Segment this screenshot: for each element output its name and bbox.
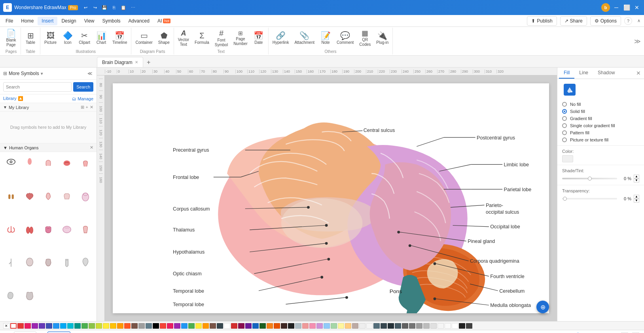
color-swatch-bar-item[interactable] <box>309 323 316 329</box>
tab-close-btn[interactable]: ✕ <box>135 60 138 64</box>
color-swatch-bar-item[interactable] <box>103 323 109 329</box>
color-swatch-bar-item[interactable] <box>267 323 273 329</box>
color-swatch-bar-item[interactable] <box>74 323 81 329</box>
blank-page-btn[interactable]: 📄 BlankPage <box>3 28 19 49</box>
tab-fill[interactable]: Fill <box>559 68 574 79</box>
color-swatch-bar-item[interactable] <box>402 323 408 329</box>
color-swatch-bar-item[interactable] <box>231 323 237 329</box>
color-swatch-bar-item[interactable] <box>188 323 195 329</box>
color-swatch-bar-item[interactable] <box>117 323 123 329</box>
save-btn[interactable]: 💾 <box>101 4 108 11</box>
maximize-btn[interactable]: ⬜ <box>623 4 631 11</box>
minimize-btn[interactable]: ─ <box>612 4 620 11</box>
color-swatch-bar-item[interactable] <box>167 323 173 329</box>
color-swatch-bar-item[interactable] <box>373 323 380 329</box>
tab-brain-diagram[interactable]: Brain Diagram ✕ <box>97 57 143 67</box>
ribbon-collapse-btn[interactable]: ≫ <box>633 28 642 55</box>
list-item[interactable] <box>21 154 38 172</box>
color-swatch-bar-item[interactable] <box>138 323 145 329</box>
options-button[interactable]: ⚙ Options <box>590 16 621 26</box>
color-swatch-bar-item[interactable] <box>96 323 102 329</box>
color-swatch-bar-item[interactable] <box>352 323 358 329</box>
list-item[interactable] <box>76 220 94 238</box>
timeline-btn[interactable]: 📅 Timeline <box>110 28 129 49</box>
menu-file[interactable]: File <box>2 17 17 25</box>
color-swatch-display[interactable] <box>562 155 573 162</box>
list-item[interactable] <box>39 187 57 205</box>
my-library-import-icon[interactable]: ⊞ <box>81 105 84 110</box>
color-swatch-bar-item[interactable] <box>25 323 31 329</box>
paste-btn[interactable]: 📋 <box>120 4 127 11</box>
no-fill-option[interactable]: No fill <box>562 102 639 107</box>
red-outline-swatch[interactable] <box>10 323 17 329</box>
color-swatch-bar-item[interactable] <box>445 323 451 329</box>
list-item[interactable] <box>2 287 20 305</box>
color-swatch-bar-item[interactable] <box>252 323 259 329</box>
color-swatch-bar-item[interactable] <box>466 323 472 329</box>
gradient-fill-option[interactable]: Gradient fill <box>562 116 639 121</box>
my-library-add-icon[interactable]: + <box>86 105 88 110</box>
human-organs-close-btn[interactable]: ✕ <box>90 145 93 150</box>
clipart-btn[interactable]: ✂ Clipart <box>76 28 93 49</box>
my-library-close-icon[interactable]: ✕ <box>90 105 93 110</box>
shade-down-btn[interactable]: ▼ <box>634 179 639 182</box>
more-btn[interactable]: ⋯ <box>129 4 136 11</box>
color-swatch-bar-item[interactable] <box>181 323 188 329</box>
color-swatch-bar-item[interactable] <box>131 323 138 329</box>
list-item[interactable] <box>58 187 76 205</box>
page-number-btn[interactable]: ⊞ PageNumber <box>231 28 250 49</box>
chart-btn[interactable]: 📊 Chart <box>93 28 109 49</box>
color-swatch-bar-item[interactable] <box>146 323 152 329</box>
undo-btn[interactable]: ↩ <box>82 4 89 11</box>
list-item[interactable] <box>58 220 76 238</box>
tab-line[interactable]: Line <box>574 68 593 79</box>
list-item[interactable] <box>21 254 38 271</box>
picture-texture-fill-option[interactable]: Picture or texture fill <box>562 137 639 142</box>
color-swatch-bar-item[interactable] <box>174 323 180 329</box>
color-swatch-bar-item[interactable] <box>124 323 131 329</box>
shape-btn[interactable]: ⬟ Shape <box>156 28 172 49</box>
color-swatch-bar-item[interactable] <box>452 323 458 329</box>
color-swatch-bar-item[interactable] <box>238 323 244 329</box>
menu-symbols[interactable]: Symbols <box>98 17 125 25</box>
date-btn[interactable]: 📅 Date <box>251 28 267 49</box>
color-swatch-bar-item[interactable] <box>359 323 366 329</box>
search-button[interactable]: Search <box>73 82 93 92</box>
color-swatch-bar-item[interactable] <box>259 323 266 329</box>
close-btn[interactable]: ✕ <box>633 4 641 11</box>
color-swatch-bar-item[interactable] <box>274 323 280 329</box>
list-item[interactable] <box>2 187 20 205</box>
add-tab-btn[interactable]: + <box>144 58 153 67</box>
my-library-section[interactable]: ▼ My Library ⊞ + ✕ <box>0 103 97 112</box>
color-swatch-bar-item[interactable] <box>153 323 159 329</box>
menu-ai[interactable]: AI hot <box>153 17 174 25</box>
page-tab-inactive[interactable]: Page-1 <box>14 331 36 333</box>
color-swatch-bar-item[interactable] <box>338 323 344 329</box>
color-swatch-bar-item[interactable] <box>281 323 287 329</box>
color-swatch-bar-item[interactable] <box>46 323 52 329</box>
color-swatch-bar-item[interactable] <box>430 323 437 329</box>
share-button[interactable]: ↗ Share <box>560 16 587 26</box>
color-swatch-bar-item[interactable] <box>324 323 330 329</box>
color-swatch-bar-item[interactable] <box>210 323 216 329</box>
color-swatch-bar-item[interactable] <box>316 323 323 329</box>
library-label[interactable]: Library 🔼 <box>3 96 23 101</box>
color-swatch-bar-item[interactable] <box>302 323 309 329</box>
color-swatch-bar-item[interactable] <box>67 323 74 329</box>
plugin-btn[interactable]: 🔌 Plug-in <box>374 28 391 49</box>
note-btn[interactable]: 📝 Note <box>318 28 333 49</box>
color-swatch-bar-item[interactable] <box>39 323 45 329</box>
list-item[interactable] <box>76 154 94 172</box>
color-swatch-bar-item[interactable] <box>89 323 95 329</box>
color-swatch-bar-item[interactable] <box>217 323 223 329</box>
search-input[interactable] <box>3 82 72 92</box>
color-swatch-bar-item[interactable] <box>438 323 444 329</box>
fill-icon-btn[interactable] <box>564 84 576 96</box>
color-swatch-bar-item[interactable] <box>195 323 202 329</box>
list-item[interactable] <box>58 154 76 172</box>
trans-down-btn[interactable]: ▼ <box>634 199 639 203</box>
menu-design[interactable]: Design <box>57 17 80 25</box>
list-item[interactable] <box>58 254 76 271</box>
list-item[interactable] <box>39 254 57 271</box>
color-swatch-bar-item[interactable] <box>203 323 209 329</box>
